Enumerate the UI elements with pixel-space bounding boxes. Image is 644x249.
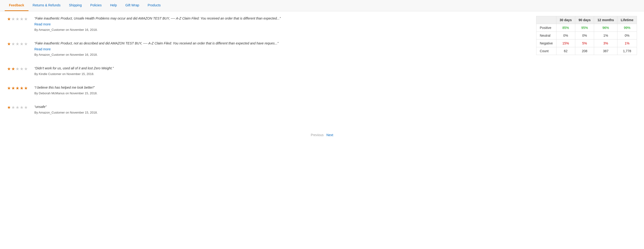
star-empty: ★ [11,105,15,114]
stats-row-label: Count [536,47,556,55]
star-empty: ★ [24,41,28,56]
stats-cell: 1% [618,39,637,47]
nav-feedback[interactable]: Feedback [5,0,28,11]
review-author: By Kindle Customer on November 15, 2018. [34,72,527,76]
star-empty: ★ [16,105,19,114]
previous-button[interactable]: Previous [311,133,324,137]
stats-cell: 1% [594,32,618,39]
stats-col-label [536,16,556,24]
stats-col-lifetime: Lifetime [618,16,637,24]
nav-gift-wrap[interactable]: Gift Wrap [121,0,143,11]
stats-row-label: Neutral [536,32,556,39]
review-item: ★★★★★“I believe this has helped me look … [7,85,527,97]
review-content: “unsafe”By Amazon_Customer on November 1… [34,104,527,114]
review-text: “Didn’t work for us, used all of it and … [34,66,527,71]
star-filled: ★ [7,86,11,95]
star-rating: ★★★★★ [7,16,30,31]
stats-cell: 0% [618,32,637,39]
review-author: By Amazon_Customer on November 16, 2018. [34,28,527,31]
next-button[interactable]: Next [326,133,333,137]
star-filled: ★ [7,105,11,114]
review-content: “I believe this has helped me look bette… [34,85,527,95]
star-empty: ★ [20,41,24,56]
star-empty: ★ [24,16,28,31]
star-filled: ★ [16,86,19,95]
review-content: “Fake inauthentic Product, Unsafe Health… [34,16,527,31]
star-rating: ★★★★★ [7,41,30,56]
review-author: By Amazon_Customer on November 15, 2018. [34,111,527,114]
stats-cell: 15% [556,39,575,47]
stats-cell: 95% [575,24,594,32]
review-content: “Fake inauthentic Product, not as descri… [34,41,527,56]
stats-cell: 1,778 [618,47,637,55]
review-author: By Deborah McManus on November 15, 2018. [34,91,527,95]
stats-cell: 99% [618,24,637,32]
star-empty: ★ [16,41,19,56]
stats-cell: 0% [575,32,594,39]
review-text: “Fake inauthentic Product, not as descri… [34,41,527,46]
review-item: ★★★★★“unsafe”By Amazon_Customer on Novem… [7,104,527,117]
star-empty: ★ [11,16,15,31]
star-empty: ★ [20,16,24,31]
review-text: “unsafe” [34,104,527,109]
review-text: “I believe this has helped me look bette… [34,85,527,90]
stats-row: Negative15%5%3%1% [536,39,637,47]
star-empty: ★ [24,105,28,114]
star-rating: ★★★★★ [7,85,30,95]
star-rating: ★★★★★ [7,104,30,114]
stats-row-label: Positive [536,24,556,32]
star-empty: ★ [16,66,19,76]
review-item: ★★★★★“Fake inauthentic Product, Unsafe H… [7,16,527,34]
nav-shipping[interactable]: Shipping [65,0,86,11]
review-item: ★★★★★“Didn’t work for us, used all of it… [7,66,527,78]
stats-cell: 387 [594,47,618,55]
nav-products[interactable]: Products [143,0,165,11]
star-empty: ★ [11,41,15,56]
star-empty: ★ [20,105,24,114]
star-filled: ★ [11,66,15,76]
read-more-link[interactable]: Read more [34,22,527,26]
stats-cell: 208 [575,47,594,55]
stats-row-label: Negative [536,39,556,47]
stats-cell: 5% [575,39,594,47]
star-filled: ★ [7,66,11,76]
navigation: Feedback Returns & Refunds Shipping Poli… [0,0,644,11]
star-filled: ★ [11,86,15,95]
review-content: “Didn’t work for us, used all of it and … [34,66,527,76]
star-empty: ★ [24,66,28,76]
review-text: “Fake inauthentic Product, Unsafe Health… [34,16,527,21]
stats-cell: 3% [594,39,618,47]
stats-row: Neutral0%0%1%0% [536,32,637,39]
nav-returns[interactable]: Returns & Refunds [28,0,65,11]
stats-cell: 96% [594,24,618,32]
star-empty: ★ [16,16,19,31]
star-filled: ★ [24,86,28,95]
star-filled: ★ [7,41,11,56]
nav-policies[interactable]: Policies [86,0,106,11]
stats-col-90days: 90 days [575,16,594,24]
stats-cell: 0% [556,32,575,39]
stats-col-12months: 12 months [594,16,618,24]
star-empty: ★ [20,66,24,76]
review-item: ★★★★★“Fake inauthentic Product, not as d… [7,41,527,59]
reviews-section: ★★★★★“Fake inauthentic Product, Unsafe H… [7,16,527,124]
feedback-stats-table: 30 days 90 days 12 months Lifetime Posit… [536,16,637,55]
review-author: By Amazon_Customer on November 16, 2018. [34,53,527,56]
pagination: Previous Next [0,128,644,142]
stats-row: Positive85%95%96%99% [536,24,637,32]
nav-help[interactable]: Help [106,0,121,11]
stats-cell: 62 [556,47,575,55]
stats-section: 30 days 90 days 12 months Lifetime Posit… [536,16,637,124]
star-filled: ★ [20,86,24,95]
stats-row: Count622083871,778 [536,47,637,55]
main-content: ★★★★★“Fake inauthentic Product, Unsafe H… [0,11,644,128]
star-filled: ★ [7,16,11,31]
stats-cell: 85% [556,24,575,32]
star-rating: ★★★★★ [7,66,30,76]
read-more-link[interactable]: Read more [34,47,527,51]
stats-col-30days: 30 days [556,16,575,24]
